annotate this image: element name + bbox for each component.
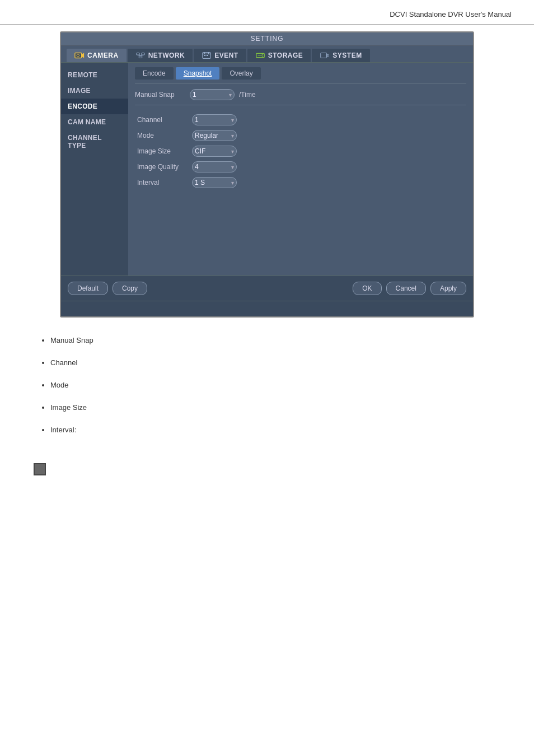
apply-button[interactable]: Apply <box>430 282 466 295</box>
form-row-interval: Interval 1 S 2 S 5 S <box>137 177 464 188</box>
image-quality-select-wrapper: 4 1 2 3 5 <box>192 161 237 172</box>
channel-label: Channel <box>137 116 188 124</box>
list-item-3: Mode <box>50 379 500 391</box>
settings-dialog: SETTING CAMERA NETWORK <box>60 31 474 318</box>
bottom-bar: Default Copy OK Cancel Apply <box>61 276 473 301</box>
svg-rect-13 <box>207 55 208 56</box>
svg-rect-0 <box>75 53 82 58</box>
bullet5-colon: : <box>74 426 77 434</box>
footer-bar <box>61 301 473 316</box>
tab-overlay[interactable]: Overlay <box>222 67 260 80</box>
channel-select-wrapper: 1 2 <box>192 114 237 125</box>
system-icon <box>320 52 330 59</box>
manual-snap-label: Manual Snap <box>135 91 185 99</box>
nav-item-system[interactable]: SYSTEM <box>312 49 369 62</box>
svg-rect-3 <box>136 53 139 55</box>
sidebar-item-cam-name[interactable]: CAM NAME <box>61 114 128 130</box>
bullet2-text: Channel <box>50 358 77 367</box>
svg-point-16 <box>261 54 263 55</box>
copy-button[interactable]: Copy <box>113 282 147 295</box>
mode-select[interactable]: Regular Motion <box>192 130 237 141</box>
mode-select-wrapper: Regular Motion <box>192 130 237 141</box>
nav-label-system: SYSTEM <box>332 52 362 59</box>
manual-snap-select-wrapper: 1 2 3 <box>190 89 235 100</box>
small-icon-area <box>0 458 534 487</box>
bullet4-text: Image Size <box>50 403 87 412</box>
bullet-list: Manual Snap Channel Mode Image Size Inte… <box>34 334 500 436</box>
image-size-select[interactable]: CIF D1 <box>192 146 237 157</box>
sidebar-item-channel-type[interactable]: CHANNEL TYPE <box>61 130 128 153</box>
manual-snap-unit: /Time <box>239 91 256 99</box>
nav-item-camera[interactable]: CAMERA <box>67 49 127 62</box>
nav-label-camera: CAMERA <box>87 52 119 59</box>
nav-item-storage[interactable]: STORAGE <box>247 49 311 62</box>
bullet3-text: Mode <box>50 381 69 389</box>
interval-select[interactable]: 1 S 2 S 5 S <box>192 177 237 188</box>
camera-icon <box>74 52 85 59</box>
sub-tabs: Encode Snapshot Overlay <box>135 67 466 83</box>
nav-label-storage: STORAGE <box>268 52 303 59</box>
list-item-4: Image Size <box>50 402 500 414</box>
sidebar-item-image[interactable]: IMAGE <box>61 83 128 99</box>
nav-label-event: EVENT <box>214 52 238 59</box>
interval-select-wrapper: 1 S 2 S 5 S <box>192 177 237 188</box>
default-button[interactable]: Default <box>68 282 108 295</box>
tab-snapshot[interactable]: Snapshot <box>176 67 220 80</box>
svg-point-17 <box>261 56 263 57</box>
image-size-select-wrapper: CIF D1 <box>192 146 237 157</box>
image-size-label: Image Size <box>137 147 188 155</box>
svg-rect-18 <box>321 53 327 58</box>
cancel-button[interactable]: Cancel <box>386 282 426 295</box>
doc-header: DCVI Standalone DVR User's Manual <box>0 0 534 25</box>
bullet5-label: Interval <box>50 426 74 434</box>
nav-item-event[interactable]: EVENT <box>194 49 246 62</box>
list-item-2: Channel <box>50 357 500 369</box>
form-row-image-quality: Image Quality 4 1 2 3 5 <box>137 161 464 172</box>
sidebar: REMOTE IMAGE ENCODE CAM NAME CHANNEL TYP… <box>61 63 128 276</box>
form-row-image-size: Image Size CIF D1 <box>137 146 464 157</box>
bullet1-text: Manual Snap <box>50 336 93 344</box>
svg-rect-12 <box>204 55 206 56</box>
mode-label: Mode <box>137 132 188 139</box>
storage-icon <box>255 52 265 59</box>
network-icon <box>135 52 146 59</box>
sidebar-item-encode[interactable]: ENCODE <box>61 99 128 114</box>
form-row-channel: Channel 1 2 <box>137 114 464 125</box>
top-nav: CAMERA NETWORK EVENT <box>61 45 473 63</box>
svg-rect-4 <box>141 53 144 55</box>
image-quality-select[interactable]: 4 1 2 3 5 <box>192 161 237 172</box>
doc-body: Manual Snap Channel Mode Image Size Inte… <box>0 323 534 458</box>
form-area: Channel 1 2 Mode Regular Motion <box>135 111 466 196</box>
tab-encode[interactable]: Encode <box>135 67 174 80</box>
doc-title: DCVI Standalone DVR User's Manual <box>390 10 512 18</box>
manual-snap-row: Manual Snap 1 2 3 /Time <box>135 89 466 105</box>
nav-item-network[interactable]: NETWORK <box>128 49 193 62</box>
right-panel: Encode Snapshot Overlay Manual Snap 1 2 … <box>128 63 473 276</box>
nav-label-network: NETWORK <box>148 52 185 59</box>
content-area: REMOTE IMAGE ENCODE CAM NAME CHANNEL TYP… <box>61 63 473 276</box>
small-square-icon <box>34 463 46 475</box>
svg-marker-1 <box>82 53 85 58</box>
interval-label: Interval <box>137 179 188 186</box>
image-quality-label: Image Quality <box>137 163 188 171</box>
event-icon <box>202 52 212 59</box>
svg-rect-5 <box>139 56 142 58</box>
channel-select[interactable]: 1 2 <box>192 114 237 125</box>
list-item-1: Manual Snap <box>50 334 500 347</box>
ok-button[interactable]: OK <box>353 282 381 295</box>
setting-title: SETTING <box>61 32 473 45</box>
sidebar-item-remote[interactable]: REMOTE <box>61 67 128 83</box>
form-row-mode: Mode Regular Motion <box>137 130 464 141</box>
list-item-5: Interval: <box>50 424 500 436</box>
manual-snap-select[interactable]: 1 2 3 <box>190 89 235 100</box>
